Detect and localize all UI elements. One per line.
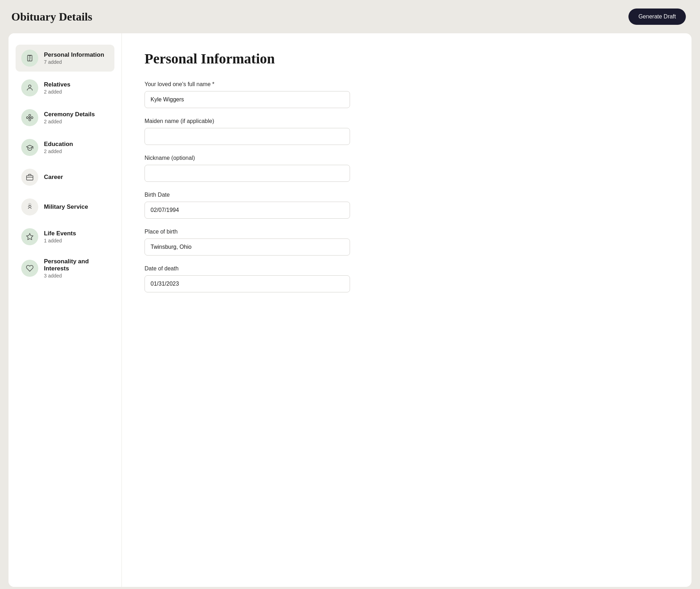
form-group-date-of-death: Date of death xyxy=(145,265,669,292)
sidebar-item-count-life-events: 1 added xyxy=(44,238,76,243)
input-maiden-name[interactable] xyxy=(145,128,350,145)
heart-icon xyxy=(21,260,38,277)
sidebar-item-label-relatives: Relatives xyxy=(44,81,70,88)
sidebar-item-count-personal-information: 7 added xyxy=(44,59,104,65)
form-group-maiden-name: Maiden name (if applicable) xyxy=(145,118,669,145)
content-area: Personal Information Your loved one's fu… xyxy=(122,33,691,587)
sidebar-item-career[interactable]: Career xyxy=(16,164,114,191)
sidebar-item-label-education: Education xyxy=(44,141,73,148)
input-place-of-birth[interactable] xyxy=(145,239,350,256)
star-icon xyxy=(21,228,38,245)
label-maiden-name: Maiden name (if applicable) xyxy=(145,118,669,124)
sidebar-item-count-relatives: 2 added xyxy=(44,89,70,95)
sidebar-item-military-service[interactable]: Military Service xyxy=(16,193,114,220)
sidebar-item-label-personal-information: Personal Information xyxy=(44,51,104,58)
sidebar: Personal Information7 addedRelatives2 ad… xyxy=(9,33,122,587)
sidebar-item-label-life-events: Life Events xyxy=(44,230,76,237)
form-group-nickname: Nickname (optional) xyxy=(145,155,669,182)
sidebar-item-label-ceremony-details: Ceremony Details xyxy=(44,111,95,118)
label-nickname: Nickname (optional) xyxy=(145,155,669,161)
main-container: Personal Information7 addedRelatives2 ad… xyxy=(9,33,691,587)
svg-point-5 xyxy=(29,117,30,118)
graduation-icon xyxy=(21,139,38,156)
briefcase-icon xyxy=(21,169,38,186)
label-date-of-death: Date of death xyxy=(145,265,669,272)
sidebar-item-count-personality-and-interests: 3 added xyxy=(44,273,109,279)
person-icon xyxy=(21,79,38,96)
sidebar-item-label-career: Career xyxy=(44,174,63,181)
input-date-of-death[interactable] xyxy=(145,275,350,292)
top-bar: Obituary Details Generate Draft xyxy=(0,0,700,33)
generate-draft-button[interactable]: Generate Draft xyxy=(628,9,686,25)
input-nickname[interactable] xyxy=(145,165,350,182)
clipboard-icon xyxy=(21,50,38,67)
form-group-place-of-birth: Place of birth xyxy=(145,229,669,256)
page-title: Obituary Details xyxy=(11,10,92,23)
content-title: Personal Information xyxy=(145,50,669,67)
sidebar-item-ceremony-details[interactable]: Ceremony Details2 added xyxy=(16,104,114,131)
svg-marker-10 xyxy=(27,234,33,240)
sidebar-item-personal-information[interactable]: Personal Information7 added xyxy=(16,45,114,72)
svg-point-4 xyxy=(28,85,31,88)
sidebar-item-count-education: 2 added xyxy=(44,148,73,154)
sidebar-item-personality-and-interests[interactable]: Personality and Interests3 added xyxy=(16,253,114,284)
label-full-name: Your loved one's full name * xyxy=(145,81,669,88)
input-birth-date[interactable] xyxy=(145,202,350,219)
input-full-name[interactable] xyxy=(145,91,350,108)
label-birth-date: Birth Date xyxy=(145,192,669,198)
sidebar-item-education[interactable]: Education2 added xyxy=(16,134,114,161)
chevrons-icon xyxy=(21,198,38,215)
sidebar-item-label-personality-and-interests: Personality and Interests xyxy=(44,258,109,272)
form-group-birth-date: Birth Date xyxy=(145,192,669,219)
sidebar-item-relatives[interactable]: Relatives2 added xyxy=(16,74,114,101)
sidebar-item-label-military-service: Military Service xyxy=(44,203,88,211)
label-place-of-birth: Place of birth xyxy=(145,229,669,235)
flower-icon xyxy=(21,109,38,126)
sidebar-item-count-ceremony-details: 2 added xyxy=(44,119,95,124)
sidebar-item-life-events[interactable]: Life Events1 added xyxy=(16,223,114,250)
svg-rect-7 xyxy=(27,175,33,180)
form-group-full-name: Your loved one's full name * xyxy=(145,81,669,108)
